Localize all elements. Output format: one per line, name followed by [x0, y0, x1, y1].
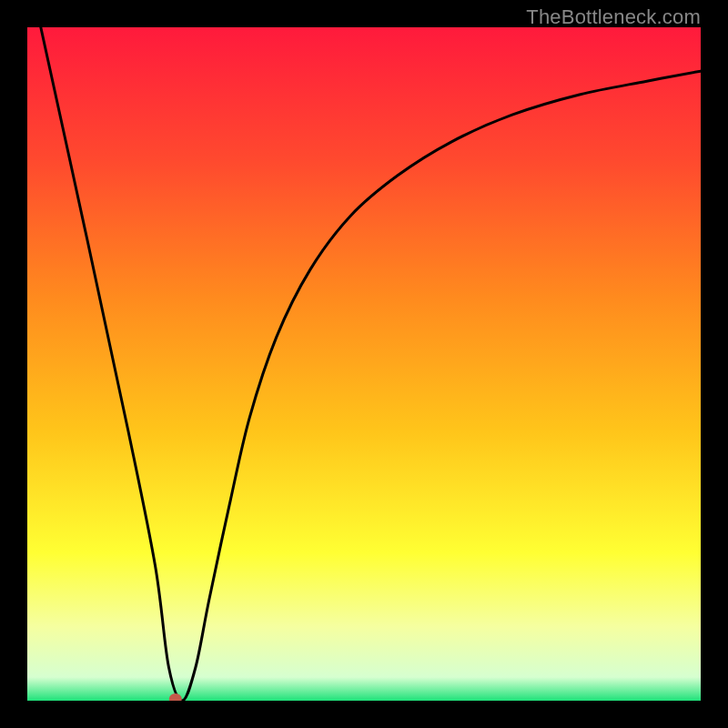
watermark-text: TheBottleneck.com: [526, 5, 701, 29]
plot-area: [27, 27, 701, 701]
chart-background: [27, 27, 701, 701]
chart-frame: TheBottleneck.com: [0, 0, 728, 728]
chart-svg: [27, 27, 701, 701]
